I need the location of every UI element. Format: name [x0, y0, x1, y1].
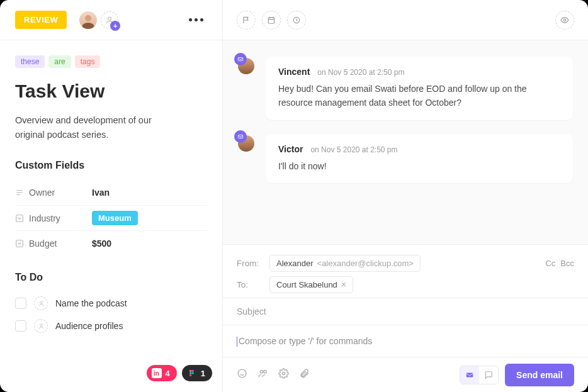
svg-rect-14	[238, 135, 243, 138]
send-email-button[interactable]: Send email	[505, 364, 574, 386]
svg-point-17	[264, 371, 266, 373]
svg-point-7	[189, 372, 192, 374]
message-thread[interactable]: Vincent on Nov 5 2020 at 2:50 pm Hey bud…	[223, 40, 588, 244]
tag[interactable]: tags	[75, 55, 101, 68]
svg-rect-10	[268, 17, 274, 23]
custom-field-label: Owner	[29, 188, 92, 198]
message-timestamp: on Nov 5 2020 at 2:50 pm	[310, 145, 397, 154]
svg-point-16	[260, 371, 263, 373]
message-bubble[interactable]: Victor on Nov 5 2020 at 2:50 pm I'll do …	[266, 134, 573, 183]
to-chip[interactable]: Court Skabelund ×	[269, 276, 353, 293]
message: Vincent on Nov 5 2020 at 2:50 pm Hey bud…	[238, 57, 573, 120]
message-timestamp: on Nov 5 2020 at 2:50 pm	[317, 68, 404, 77]
custom-field-value: Ivan	[92, 188, 207, 198]
task-title[interactable]: Task View	[15, 81, 207, 102]
tag[interactable]: are	[48, 55, 71, 68]
email-mode-button[interactable]	[460, 366, 479, 384]
svg-point-6	[191, 370, 194, 372]
emoji-button[interactable]	[237, 368, 247, 381]
dropdown-icon	[15, 214, 29, 223]
custom-field-value-pill: Museum	[92, 211, 138, 225]
svg-rect-1	[16, 215, 23, 222]
custom-fields-heading: Custom Fields	[15, 160, 207, 171]
to-name: Court Skabelund	[276, 280, 337, 289]
avatar[interactable]	[79, 11, 97, 29]
flag-button[interactable]	[237, 11, 256, 30]
svg-point-0	[108, 17, 111, 20]
left-footer: in 4 1	[0, 354, 222, 392]
from-name: Alexander	[276, 259, 314, 268]
tags-row: these are tags	[15, 55, 207, 68]
from-label: From:	[237, 259, 269, 268]
message-body: I'll do it now!	[278, 159, 560, 173]
cc-button[interactable]: Cc	[545, 259, 555, 268]
custom-field-row-budget[interactable]: Budget $500	[15, 230, 207, 255]
invision-icon: in	[152, 368, 162, 378]
todo-label: Audience profiles	[55, 321, 123, 331]
activity-right-panel: Vincent on Nov 5 2020 at 2:50 pm Hey bud…	[223, 0, 588, 392]
bcc-button[interactable]: Bcc	[560, 259, 574, 268]
todo-heading: To Do	[15, 272, 207, 283]
mention-button[interactable]	[257, 368, 268, 381]
todo-item[interactable]: Audience profiles	[15, 315, 207, 337]
todo-label: Name the podcast	[55, 298, 127, 308]
message-bubble[interactable]: Vincent on Nov 5 2020 at 2:50 pm Hey bud…	[266, 57, 573, 120]
plus-icon: +	[110, 21, 120, 31]
time-button[interactable]	[287, 11, 306, 30]
svg-point-8	[191, 372, 194, 374]
invision-count: 4	[166, 369, 170, 378]
assign-todo-button[interactable]	[34, 319, 48, 333]
list-icon	[15, 188, 29, 197]
from-email: <alexander@clickup.com>	[317, 259, 414, 268]
compose-meta: From: Alexander <alexander@clickup.com> …	[223, 244, 588, 298]
from-chip[interactable]: Alexander <alexander@clickup.com>	[269, 255, 421, 272]
assignee-group: +	[79, 11, 118, 29]
message-body: Hey bud! Can you email Swati before EOD …	[278, 82, 560, 110]
dropdown-icon	[15, 239, 29, 248]
to-label: To:	[237, 280, 269, 289]
subject-input[interactable]	[237, 306, 574, 316]
tag[interactable]: these	[15, 55, 45, 68]
task-left-panel: REVIEW + these are tags Task View Overvi…	[0, 0, 223, 392]
watchers-button[interactable]	[555, 11, 574, 30]
assign-todo-button[interactable]	[34, 296, 48, 310]
custom-field-value: $500	[92, 238, 207, 249]
svg-point-15	[238, 369, 246, 378]
checkbox[interactable]	[15, 298, 26, 309]
comment-mode-button[interactable]	[479, 366, 498, 384]
send-mode-toggle	[460, 366, 499, 384]
remove-chip-button[interactable]: ×	[341, 280, 346, 289]
compose-footer: Send email	[223, 357, 588, 392]
mail-icon	[234, 53, 247, 65]
checkbox[interactable]	[15, 320, 26, 332]
custom-field-label: Industry	[29, 213, 92, 223]
svg-point-9	[189, 374, 192, 377]
task-description[interactable]: Overview and development of our original…	[15, 113, 166, 142]
status-badge[interactable]: REVIEW	[15, 11, 67, 29]
svg-point-5	[189, 370, 192, 372]
todo-item[interactable]: Name the podcast	[15, 292, 207, 315]
svg-rect-2	[16, 240, 23, 247]
right-header	[223, 0, 588, 40]
figma-count: 1	[201, 369, 205, 378]
more-menu-button[interactable]	[185, 14, 207, 25]
left-header: REVIEW +	[0, 0, 222, 40]
invision-attachments-button[interactable]: in 4	[147, 365, 177, 381]
svg-point-3	[40, 301, 42, 304]
custom-field-row-industry[interactable]: Industry Museum	[15, 205, 207, 230]
svg-point-12	[563, 19, 566, 21]
subject-row	[223, 298, 588, 325]
date-button[interactable]	[262, 11, 281, 30]
settings-button[interactable]	[278, 368, 289, 381]
svg-rect-19	[466, 372, 473, 377]
message-author: Vincent	[278, 67, 310, 77]
add-assignee-button[interactable]: +	[101, 11, 118, 29]
attachment-button[interactable]	[299, 368, 310, 381]
svg-point-4	[40, 324, 42, 327]
custom-field-row-owner[interactable]: Owner Ivan	[15, 180, 207, 205]
compose-placeholder: Compose or type '/' for commands	[239, 336, 372, 346]
compose-body[interactable]: Compose or type '/' for commands	[223, 325, 588, 357]
svg-point-18	[282, 372, 285, 374]
svg-rect-13	[238, 58, 243, 61]
figma-attachments-button[interactable]: 1	[182, 365, 212, 381]
